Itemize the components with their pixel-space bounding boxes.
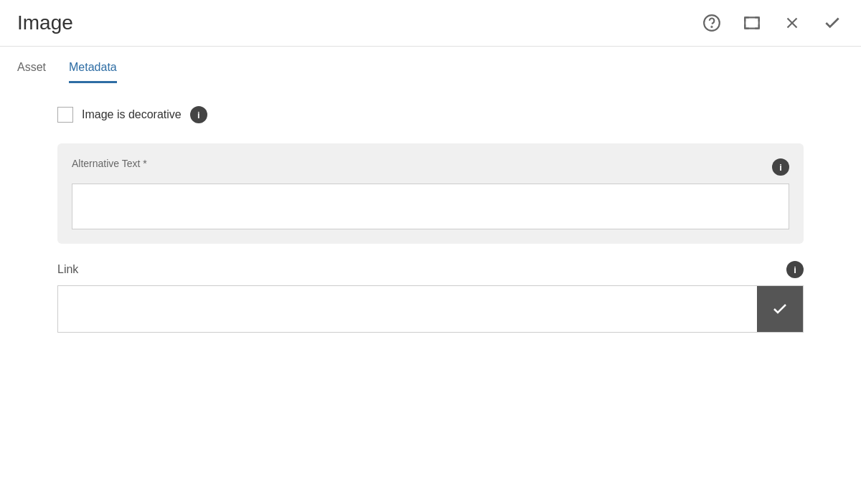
dialog-header: Image	[0, 0, 861, 47]
help-icon[interactable]	[700, 11, 723, 34]
link-label-row: Link i	[57, 261, 804, 278]
dialog-title: Image	[17, 11, 73, 34]
dialog-container: Image	[0, 0, 861, 504]
tab-asset[interactable]: Asset	[17, 61, 46, 83]
link-check-button[interactable]	[757, 286, 803, 332]
alt-text-label: Alternative Text *	[72, 158, 147, 169]
link-input[interactable]	[58, 286, 757, 332]
alt-text-label-row: Alternative Text * i	[72, 158, 789, 176]
link-info-icon[interactable]: i	[786, 261, 804, 278]
close-icon[interactable]	[781, 11, 804, 34]
alt-text-info-icon[interactable]: i	[772, 158, 789, 176]
tabs-section: Asset Metadata	[0, 47, 861, 83]
svg-point-1	[711, 27, 712, 27]
svg-rect-2	[745, 17, 759, 28]
link-label: Link	[57, 263, 78, 276]
tab-metadata[interactable]: Metadata	[69, 61, 117, 83]
header-icons	[700, 11, 844, 34]
link-section: Link i	[57, 261, 804, 333]
decorative-info-icon[interactable]: i	[190, 106, 207, 123]
confirm-icon[interactable]	[821, 11, 844, 34]
link-input-row	[57, 285, 804, 333]
alt-text-input[interactable]	[72, 184, 789, 229]
decorative-checkbox-label: Image is decorative	[82, 108, 182, 121]
alternative-text-section: Alternative Text * i	[57, 143, 804, 244]
decorative-checkbox[interactable]	[57, 107, 73, 123]
fullscreen-icon[interactable]	[740, 11, 763, 34]
dialog-content: Image is decorative i Alternative Text *…	[0, 83, 861, 504]
decorative-checkbox-row: Image is decorative i	[57, 106, 804, 123]
